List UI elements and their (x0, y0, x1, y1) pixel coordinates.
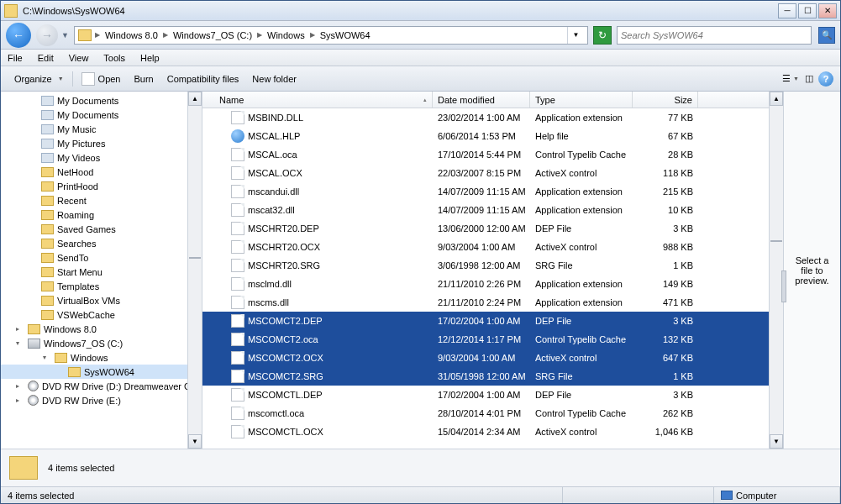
tree-item[interactable]: ▸DVD RW Drive (D:) Dreamweaver CS (1, 379, 202, 393)
preview-pane-button[interactable]: ◫ (800, 70, 818, 88)
menu-tools[interactable]: Tools (103, 53, 125, 63)
scroll-up-button[interactable]: ▲ (188, 92, 202, 106)
maximize-button[interactable]: ☐ (798, 3, 817, 18)
tree-item[interactable]: ▸Windows 8.0 (1, 322, 202, 336)
file-row[interactable]: MSCHRT20.SRG 3/06/1998 12:00 AM SRG File… (202, 256, 783, 275)
tree-item[interactable]: PrintHood (1, 179, 202, 193)
file-row[interactable]: MSCAL.HLP 6/06/2014 1:53 PM Help file 67… (202, 127, 783, 145)
tree-item[interactable]: ▾Windows (1, 350, 202, 365)
refresh-button[interactable]: ↻ (593, 26, 612, 45)
tree-item[interactable]: My Documents (1, 108, 202, 122)
burn-button[interactable]: Burn (128, 74, 160, 84)
tree-item[interactable]: Templates (1, 279, 202, 293)
file-row[interactable]: msclmd.dll 21/11/2010 2:26 PM Applicatio… (202, 275, 783, 293)
tree-item[interactable]: ▸DVD RW Drive (E:) (1, 393, 202, 407)
organize-button[interactable]: Organize▼ (8, 74, 71, 84)
breadcrumb[interactable]: Windows (265, 27, 307, 44)
expand-icon[interactable]: ▸ (16, 396, 24, 404)
tree-item[interactable]: VirtualBox VMs (1, 293, 202, 307)
search-box[interactable] (617, 26, 812, 45)
address-dropdown[interactable]: ▼ (567, 27, 584, 44)
tree-item[interactable]: Saved Games (1, 222, 202, 236)
tree-item[interactable]: SendTo (1, 250, 202, 265)
file-date: 13/06/2000 12:00 AM (433, 223, 530, 234)
file-row[interactable]: MSCAL.OCX 22/03/2007 8:15 PM ActiveX con… (202, 164, 783, 182)
tree-item[interactable]: Roaming (1, 207, 202, 222)
breadcrumb[interactable]: SysWOW64 (318, 27, 372, 44)
file-row[interactable]: MSCOMCTL.DEP 17/02/2004 1:00 AM DEP File… (202, 386, 783, 404)
file-row[interactable]: mscomctl.oca 28/10/2014 4:01 PM Control … (202, 404, 783, 423)
tree-item[interactable]: ▾Windows7_OS (C:) (1, 336, 202, 350)
back-button[interactable]: ← (6, 23, 31, 48)
new-folder-button[interactable]: New folder (245, 74, 303, 84)
scroll-up-button[interactable]: ▲ (770, 92, 783, 106)
menu-view[interactable]: View (69, 53, 89, 63)
menu-edit[interactable]: Edit (38, 53, 54, 63)
file-list[interactable]: Name▴ Date modified Type Size MSBIND.DLL… (202, 92, 783, 449)
file-row[interactable]: MSCOMCT2.SRG 31/05/1998 12:00 AM SRG Fil… (202, 367, 783, 386)
close-button[interactable]: ✕ (818, 3, 837, 18)
file-row[interactable]: MSCOMCTL.OCX 15/04/2014 2:34 AM ActiveX … (202, 423, 783, 441)
chevron-right-icon[interactable]: ▶ (93, 31, 102, 39)
tree-item[interactable]: NetHood (1, 165, 202, 179)
file-row[interactable]: MSCOMCT2.OCX 9/03/2004 1:00 AM ActiveX c… (202, 349, 783, 367)
tree-item[interactable]: My Documents (1, 93, 202, 108)
tree-scrollbar[interactable]: ▲ ▼ (187, 92, 202, 449)
folder-icon (41, 196, 54, 206)
expand-icon[interactable]: ▸ (16, 325, 24, 333)
compatibility-button[interactable]: Compatibility files (160, 74, 246, 84)
file-icon (231, 111, 244, 124)
file-row[interactable]: MSCHRT20.DEP 13/06/2000 12:00 AM DEP Fil… (202, 219, 783, 238)
column-name[interactable]: Name▴ (214, 92, 433, 108)
column-type[interactable]: Type (530, 92, 633, 108)
file-name: msclmd.dll (248, 279, 292, 289)
column-date[interactable]: Date modified (433, 92, 530, 108)
scroll-thumb[interactable] (770, 240, 782, 242)
history-dropdown[interactable]: ▼ (61, 31, 69, 39)
file-type: ActiveX control (530, 242, 633, 252)
chevron-right-icon[interactable]: ▶ (161, 31, 170, 39)
scroll-thumb[interactable] (189, 257, 201, 259)
view-options-button[interactable]: ☰▼ (781, 70, 800, 88)
chevron-right-icon[interactable]: ▶ (308, 31, 317, 39)
minimize-button[interactable]: ─ (778, 3, 796, 18)
breadcrumb[interactable]: Windows7_OS (C:) (171, 27, 254, 44)
help-button[interactable]: ? (818, 71, 833, 87)
tree-item[interactable]: My Videos (1, 150, 202, 165)
tree-item[interactable]: My Pictures (1, 136, 202, 150)
tree-item[interactable]: Recent (1, 193, 202, 207)
file-row[interactable]: MSCAL.oca 17/10/2014 5:44 PM Control Typ… (202, 145, 783, 164)
scroll-down-button[interactable]: ▼ (188, 434, 202, 449)
open-button[interactable]: Open (75, 72, 128, 86)
title-bar[interactable]: C:\Windows\SysWOW64 ─ ☐ ✕ (1, 1, 840, 21)
file-name: MSCAL.HLP (248, 131, 300, 141)
tree-item[interactable]: Searches (1, 236, 202, 250)
file-row[interactable]: MSBIND.DLL 23/02/2014 1:00 AM Applicatio… (202, 108, 783, 127)
search-button[interactable]: 🔍 (818, 27, 835, 44)
expand-icon[interactable]: ▾ (43, 354, 51, 361)
breadcrumb[interactable]: Windows 8.0 (103, 27, 160, 44)
navigation-tree[interactable]: My DocumentsMy DocumentsMy MusicMy Pictu… (1, 92, 202, 449)
search-input[interactable] (621, 30, 807, 40)
tree-item[interactable]: VSWebCache (1, 307, 202, 322)
expand-icon[interactable]: ▾ (16, 339, 24, 347)
tree-item[interactable]: Start Menu (1, 265, 202, 279)
expand-icon[interactable]: ▸ (16, 382, 24, 390)
splitter-handle[interactable] (781, 270, 786, 302)
scroll-down-button[interactable]: ▼ (770, 434, 783, 449)
file-row[interactable]: MSCHRT20.OCX 9/03/2004 1:00 AM ActiveX c… (202, 238, 783, 256)
status-bar: 4 items selected Computer (1, 486, 840, 503)
file-row[interactable]: mscandui.dll 14/07/2009 11:15 AM Applica… (202, 182, 783, 201)
menu-help[interactable]: Help (140, 53, 160, 63)
column-size[interactable]: Size (633, 92, 698, 108)
file-row[interactable]: MSCOMCT2.oca 12/12/2014 1:17 PM Control … (202, 330, 783, 349)
forward-button[interactable]: → (36, 24, 58, 46)
tree-item[interactable]: My Music (1, 122, 202, 136)
file-row[interactable]: mscat32.dll 14/07/2009 11:15 AM Applicat… (202, 201, 783, 219)
file-row[interactable]: mscms.dll 21/11/2010 2:24 PM Application… (202, 293, 783, 312)
file-row[interactable]: MSCOMCT2.DEP 17/02/2004 1:00 AM DEP File… (202, 312, 783, 330)
tree-item[interactable]: SysWOW64 (1, 365, 202, 379)
menu-file[interactable]: File (8, 53, 23, 63)
address-bar[interactable]: ▶ Windows 8.0 ▶ Windows7_OS (C:) ▶ Windo… (74, 26, 588, 45)
chevron-right-icon[interactable]: ▶ (255, 31, 264, 39)
